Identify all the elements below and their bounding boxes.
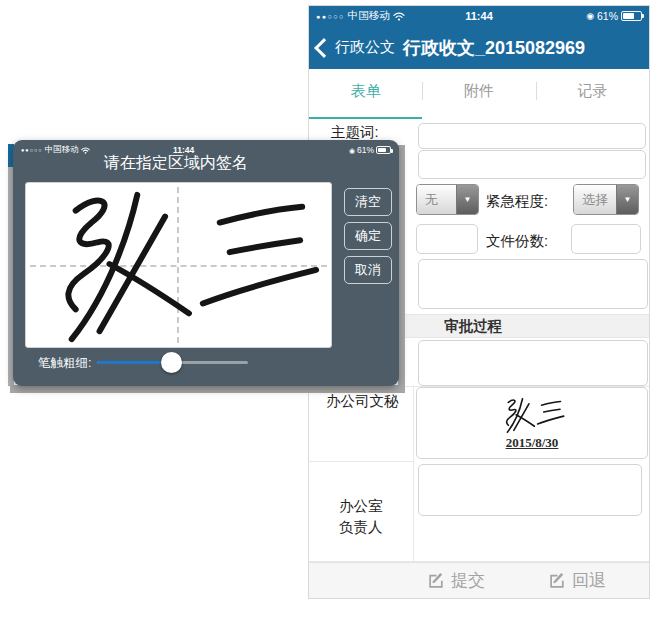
copies-input-left[interactable] [416, 224, 478, 254]
bottom-toolbar: 提交 回退 [309, 562, 649, 598]
submit-label: 提交 [451, 569, 485, 592]
signature-dialog-screen: ●●○○○ 中国移动 11:44 ◉ 61% 请在指定区域内签名 [8, 140, 405, 393]
row-divider [309, 461, 413, 462]
manager-label-line1: 办公室 [339, 498, 383, 514]
rollback-button[interactable]: 回退 [549, 563, 606, 598]
secretary-signature-cell: 2015/8/30 [416, 387, 648, 459]
status-right-group: ◉ 61% [586, 10, 642, 22]
tab-bar: 表单 附件 记录 [309, 71, 649, 119]
cancel-button[interactable]: 取消 [344, 256, 392, 284]
signature-image [482, 396, 582, 434]
opinion-textarea-2[interactable] [418, 340, 648, 386]
rollback-label: 回退 [572, 569, 606, 592]
urgency-select-dropdown[interactable]: 选择 ▼ [573, 184, 639, 215]
battery-icon [376, 146, 391, 154]
manager-label-line2: 负责人 [339, 519, 383, 535]
slider-thumb[interactable] [161, 352, 182, 373]
urgency-none-dropdown[interactable]: 无 ▼ [416, 184, 479, 215]
dropdown-value: 无 [417, 185, 456, 214]
subject-input[interactable] [418, 123, 646, 149]
signature-date-link[interactable]: 2015/8/30 [506, 435, 559, 451]
manager-label: 办公室负责人 [339, 496, 383, 538]
column-divider [413, 386, 414, 561]
battery-icon [621, 11, 642, 21]
secretary-label: 办公司文秘 [326, 392, 399, 411]
submit-button[interactable]: 提交 [428, 563, 485, 598]
chevron-down-icon[interactable]: ▼ [616, 185, 638, 214]
urgency-label: 紧急程度: [486, 192, 548, 211]
approval-section-title: 审批过程 [444, 315, 502, 337]
copies-input-right[interactable] [571, 224, 641, 254]
copies-label: 文件份数: [486, 232, 548, 251]
app-header: ●●○○○ 中国移动 11:44 ◉ 61% 行政公文 行政收文_2015082… [309, 6, 649, 69]
opinion-textarea-1[interactable] [418, 259, 648, 309]
back-button[interactable]: 行政公文 [335, 38, 395, 57]
screenshot-edge [398, 145, 405, 393]
signature-strokes [26, 183, 331, 347]
battery-percent: 61% [357, 145, 374, 155]
rotation-lock-icon: ◉ [349, 146, 355, 155]
tab-form[interactable]: 表单 [309, 71, 422, 119]
status-bar: ●●○○○ 中国移动 11:44 ◉ 61% [309, 6, 649, 26]
status-right-group: ◉ 61% [349, 145, 391, 155]
nav-bar: 行政公文 行政收文_2015082969 [309, 26, 649, 69]
manager-textarea[interactable] [418, 464, 642, 516]
stroke-width-slider[interactable] [97, 361, 248, 364]
signature-canvas[interactable] [25, 182, 332, 348]
tab-attachments[interactable]: 附件 [422, 71, 535, 119]
dialog-title: 请在指定区域内签名 [13, 153, 339, 174]
secondary-input[interactable] [418, 150, 646, 179]
rotation-lock-icon: ◉ [586, 12, 594, 21]
battery-percent: 61% [597, 10, 618, 22]
page-title: 行政收文_2015082969 [403, 36, 585, 60]
clear-button[interactable]: 清空 [344, 188, 392, 216]
tab-records[interactable]: 记录 [536, 71, 649, 119]
compose-icon [549, 572, 566, 589]
stroke-width-label: 笔触粗细: [38, 355, 91, 372]
signature-dialog-panel: ●●○○○ 中国移动 11:44 ◉ 61% 请在指定区域内签名 [13, 140, 399, 386]
chevron-down-icon[interactable]: ▼ [456, 185, 478, 214]
confirm-button[interactable]: 确定 [344, 222, 392, 250]
screenshot-edge [10, 385, 405, 393]
compose-icon [428, 572, 445, 589]
dropdown-value: 选择 [574, 185, 616, 214]
back-chevron-icon[interactable] [314, 38, 334, 58]
